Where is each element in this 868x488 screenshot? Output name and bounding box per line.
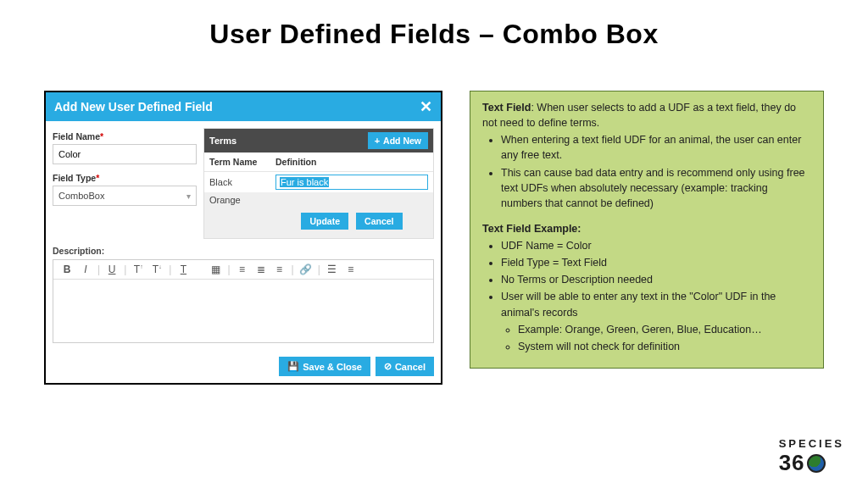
- list-item: This can cause bad data entry and is rec…: [501, 165, 811, 211]
- udf-modal: Add New User Defined Field ✕ Field Name*…: [44, 91, 442, 385]
- term-name-cell: Orange: [209, 195, 275, 205]
- cancel-icon: ⊘: [384, 361, 392, 372]
- page-title: User Defined Fields – Combo Box: [0, 19, 868, 50]
- list-item: When entering a text field UDF for an an…: [501, 132, 811, 163]
- terms-header: Terms +Add New: [204, 129, 433, 152]
- italic-icon[interactable]: I: [77, 263, 94, 275]
- term-name-cell: Black: [209, 177, 275, 187]
- list-item: Example: Orange, Green, Geren, Blue, Edu…: [518, 322, 811, 337]
- align-center-icon[interactable]: ≣: [253, 263, 270, 275]
- terms-columns: Term Name Definition: [204, 152, 433, 172]
- field-type-select[interactable]: ComboBox: [53, 186, 197, 206]
- plus-icon: +: [375, 136, 380, 146]
- update-button[interactable]: Update: [301, 213, 348, 230]
- font-size-icon[interactable]: T↑: [130, 263, 147, 275]
- unordered-list-icon[interactable]: ≡: [342, 263, 359, 275]
- modal-header: Add New User Defined Field ✕: [46, 92, 441, 121]
- modal-title: Add New User Defined Field: [54, 100, 213, 114]
- cancel-term-button[interactable]: Cancel: [356, 213, 402, 230]
- field-type-value: ComboBox: [58, 191, 104, 201]
- callout-section-header: Text Field Example:: [482, 221, 811, 236]
- callout-lead: Text Field: When user selects to add a U…: [482, 100, 811, 130]
- ordered-list-icon[interactable]: ☰: [324, 263, 341, 275]
- callout-bullets-1: When entering a text field UDF for an an…: [501, 132, 811, 211]
- definition-input[interactable]: Fur is black: [275, 175, 428, 190]
- list-item: Field Type = Text Field: [501, 255, 811, 270]
- term-actions-row: Update Cancel: [204, 208, 433, 238]
- rich-text-editor: B I | U | T↑ T↓ | T ▦ | ≡ ≣ ≡ | 🔗 | ☰ ≡: [53, 259, 434, 343]
- font-size-down-icon[interactable]: T↓: [148, 263, 165, 275]
- field-type-label: Field Type*: [53, 173, 197, 183]
- bold-icon[interactable]: B: [58, 263, 75, 275]
- font-color-icon[interactable]: T: [175, 263, 192, 275]
- callout-bullets-2: UDF Name = Color Field Type = Text Field…: [501, 238, 811, 354]
- save-close-button[interactable]: 💾Save & Close: [279, 357, 370, 376]
- list-item: UDF Name = Color: [501, 238, 811, 253]
- col-definition: Definition: [275, 157, 428, 167]
- terms-panel: Terms +Add New Term Name Definition Blac…: [203, 128, 434, 239]
- field-name-label: Field Name*: [53, 131, 197, 141]
- species360-logo: SPECIES 360: [779, 437, 844, 476]
- term-row[interactable]: Orange: [204, 192, 433, 208]
- list-item: No Terms or Description needed: [501, 272, 811, 287]
- info-callout: Text Field: When user selects to add a U…: [470, 91, 824, 369]
- list-item: System will not check for definition: [518, 339, 811, 354]
- align-right-icon[interactable]: ≡: [271, 263, 288, 275]
- logo-line2: 360: [779, 450, 844, 476]
- col-term-name: Term Name: [209, 157, 275, 167]
- modal-footer: 💾Save & Close ⊘Cancel: [46, 352, 441, 383]
- list-item: User will be able to enter any text in t…: [501, 289, 811, 354]
- underline-icon[interactable]: U: [103, 263, 120, 275]
- add-new-button[interactable]: +Add New: [368, 132, 428, 149]
- globe-icon: [807, 454, 826, 473]
- term-row[interactable]: Black Fur is black: [204, 172, 433, 192]
- rte-toolbar: B I | U | T↑ T↓ | T ▦ | ≡ ≣ ≡ | 🔗 | ☰ ≡: [53, 260, 433, 280]
- close-icon[interactable]: ✕: [420, 97, 432, 116]
- terms-header-label: Terms: [209, 136, 236, 146]
- cancel-button[interactable]: ⊘Cancel: [376, 357, 434, 376]
- indent-icon[interactable]: ▦: [207, 263, 224, 275]
- logo-line1: SPECIES: [779, 437, 844, 450]
- link-icon[interactable]: 🔗: [298, 263, 314, 275]
- field-name-input[interactable]: [53, 144, 197, 164]
- align-left-icon[interactable]: ≡: [234, 263, 251, 275]
- save-icon: 💾: [287, 361, 299, 372]
- left-fields-col: Field Name* Field Type* ComboBox: [53, 128, 197, 239]
- content-row: Add New User Defined Field ✕ Field Name*…: [0, 91, 868, 385]
- rte-textarea[interactable]: [53, 280, 433, 342]
- description-label: Description:: [46, 246, 441, 256]
- modal-body: Field Name* Field Type* ComboBox Terms +…: [46, 121, 441, 239]
